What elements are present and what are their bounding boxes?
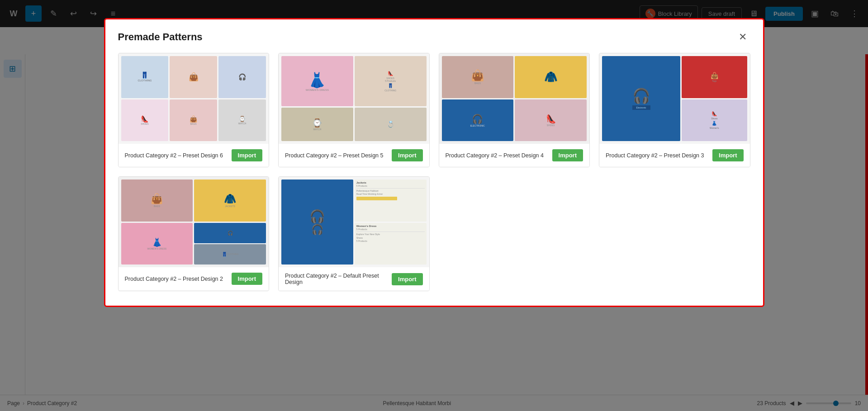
pattern-label-default: Product Category #2 – Default Preset Des…	[285, 273, 392, 285]
premade-patterns-modal: Premade Patterns ✕ 👖 CLOTHING	[104, 18, 764, 307]
pattern-thumb-design3: 🎧 Electronic 👜 Tags 👠 Shoes 👗	[599, 53, 750, 144]
pattern-label-design6: Product Category #2 – Preset Design 6	[125, 152, 232, 159]
pattern-label-design4: Product Category #2 – Preset Design 4	[446, 152, 552, 159]
pattern-footer-design4: Product Category #2 – Preset Design 4 Im…	[439, 144, 590, 167]
pattern-footer-design6: Product Category #2 – Preset Design 6 Im…	[119, 144, 269, 167]
pattern-card-design6: 👖 CLOTHING 👜 🎧 👠	[118, 53, 270, 167]
pattern-card-design2: 👜 BAGS 🧥 JACKETS 👗	[118, 176, 270, 291]
pattern-label-design5: Product Category #2 – Preset Design 5	[285, 152, 392, 159]
import-button-design5[interactable]: Import	[392, 149, 422, 161]
pattern-thumb-design4: 👜 BAGS 🧥 🎧 ELECTRONIC	[439, 53, 590, 144]
import-button-default[interactable]: Import	[392, 273, 422, 285]
pattern-card-design4: 👜 BAGS 🧥 🎧 ELECTRONIC	[439, 53, 590, 167]
pattern-thumb-design6: 👖 CLOTHING 👜 🎧 👠	[119, 53, 269, 144]
empty-cell-1	[439, 176, 590, 291]
pattern-label-design3: Product Category #2 – Preset Design 3	[606, 152, 712, 159]
modal-header: Premade Patterns ✕	[118, 30, 750, 44]
pattern-footer-default: Product Category #2 – Default Preset Des…	[279, 267, 429, 291]
pattern-footer-design2: Product Category #2 – Preset Design 2 Im…	[119, 267, 269, 290]
empty-cell-2	[599, 176, 750, 291]
import-button-design3[interactable]: Import	[712, 149, 743, 161]
import-button-design6[interactable]: Import	[232, 149, 262, 161]
pattern-card-design3: 🎧 Electronic 👜 Tags 👠 Shoes 👗	[599, 53, 750, 167]
pattern-label-design2: Product Category #2 – Preset Design 2	[125, 276, 232, 282]
pattern-card-design5: 👗 WOMEN'S DRESS 👠 SHOES5 Products 👖 CLOT…	[278, 53, 430, 167]
pattern-thumb-default: 🎧 🎧 Jackets 5 Products Pellentesque Habi…	[279, 177, 429, 267]
pattern-card-default: 🎧 🎧 Jackets 5 Products Pellentesque Habi…	[278, 176, 430, 291]
modal-overlay: Premade Patterns ✕ 👖 CLOTHING	[0, 0, 868, 411]
pattern-thumb-design5: 👗 WOMEN'S DRESS 👠 SHOES5 Products 👖 CLOT…	[279, 53, 429, 144]
patterns-grid-row2: 👜 BAGS 🧥 JACKETS 👗	[118, 176, 750, 291]
pattern-thumb-design2: 👜 BAGS 🧥 JACKETS 👗	[119, 177, 269, 267]
import-button-design2[interactable]: Import	[232, 273, 262, 285]
pattern-footer-design5: Product Category #2 – Preset Design 5 Im…	[279, 144, 429, 167]
modal-close-button[interactable]: ✕	[735, 30, 750, 44]
pattern-footer-design3: Product Category #2 – Preset Design 3 Im…	[599, 144, 750, 167]
import-button-design4[interactable]: Import	[552, 149, 583, 161]
modal-title: Premade Patterns	[118, 31, 203, 43]
patterns-grid-row1: 👖 CLOTHING 👜 🎧 👠	[118, 53, 750, 167]
